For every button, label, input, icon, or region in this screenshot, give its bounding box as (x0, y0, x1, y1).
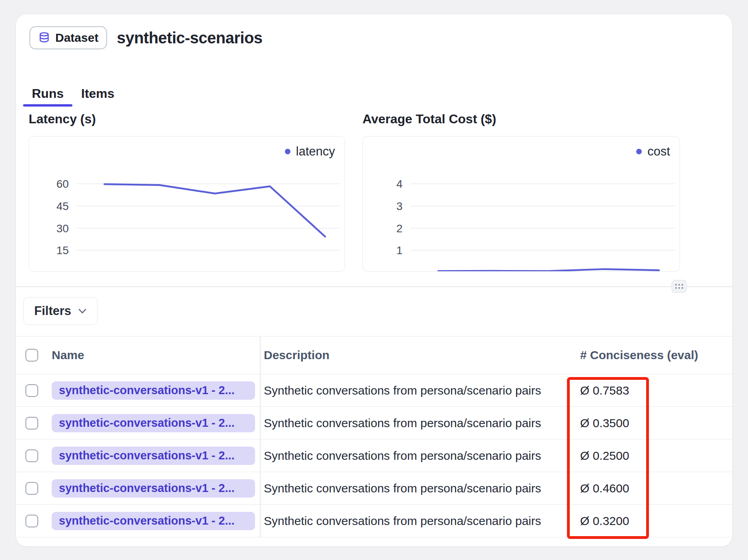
cost-chart-title: Average Total Cost ($) (362, 112, 680, 126)
y-tick-label: 4 (396, 178, 403, 190)
legend-label: latency (296, 144, 335, 159)
run-name-link[interactable]: synthetic-conversations-v1 - 2... (52, 381, 255, 400)
tab-runs[interactable]: Runs (23, 80, 72, 107)
table-row[interactable]: synthetic-conversations-v1 - 2... Synthe… (16, 439, 732, 472)
runs-table: Name Description # Conciseness (eval) sy… (16, 336, 732, 537)
run-description: Synthetic conversations from persona/sce… (264, 482, 541, 495)
column-header-name: Name (52, 348, 84, 362)
legend-dot-icon (636, 149, 642, 154)
legend-dot-icon (285, 149, 290, 154)
column-divider (260, 336, 261, 537)
y-tick-label: 15 (56, 244, 69, 257)
drag-handle[interactable] (672, 280, 687, 293)
dataset-badge-label: Dataset (55, 31, 98, 45)
conciseness-value: Ø 0.2500 (580, 449, 629, 463)
run-name-link[interactable]: synthetic-conversations-v1 - 2... (52, 414, 255, 432)
table-header: Name Description # Conciseness (eval) (16, 336, 732, 374)
row-checkbox[interactable] (25, 482, 38, 495)
dataset-badge: Dataset (29, 26, 107, 49)
y-tick-label: 1 (396, 244, 403, 257)
table-row[interactable]: synthetic-conversations-v1 - 2... Synthe… (16, 407, 732, 439)
page-title: synthetic-scenarios (117, 29, 262, 47)
filters-button[interactable]: Filters (23, 297, 97, 325)
chart-line (438, 269, 659, 271)
latency-chart: 60 45 30 15 latency (29, 136, 345, 272)
row-checkbox[interactable] (25, 449, 38, 462)
y-tick-label: 60 (56, 178, 69, 190)
chart-line (105, 184, 325, 237)
table-row[interactable]: synthetic-conversations-v1 - 2... Synthe… (16, 472, 732, 505)
conciseness-value: Ø 0.4600 (580, 482, 629, 495)
legend-label: cost (647, 144, 670, 159)
database-icon (38, 32, 50, 44)
chevron-down-icon (78, 308, 87, 314)
conciseness-value: Ø 0.7583 (580, 384, 629, 397)
filters-button-label: Filters (34, 304, 71, 318)
run-description: Synthetic conversations from persona/sce… (264, 416, 541, 430)
y-tick-label: 2 (396, 222, 403, 235)
section-divider (16, 286, 732, 287)
cost-line-chart: 4 3 2 1 (363, 136, 680, 271)
latency-chart-block: Latency (s) 60 45 30 15 latency (29, 112, 345, 272)
cost-chart: 4 3 2 1 cost (362, 136, 680, 272)
select-all-checkbox[interactable] (25, 349, 38, 362)
row-checkbox[interactable] (25, 384, 38, 397)
conciseness-value: Ø 0.3200 (580, 514, 629, 528)
run-name-link[interactable]: synthetic-conversations-v1 - 2... (52, 512, 255, 530)
cost-legend: cost (636, 144, 670, 159)
tab-bar: Runs Items (23, 80, 123, 107)
run-name-link[interactable]: synthetic-conversations-v1 - 2... (52, 479, 255, 498)
dataset-card: Dataset synthetic-scenarios Runs Items L… (16, 14, 732, 546)
row-checkbox[interactable] (25, 417, 38, 430)
table-row[interactable]: synthetic-conversations-v1 - 2... Synthe… (16, 505, 732, 537)
latency-chart-title: Latency (s) (29, 112, 345, 126)
cost-chart-block: Average Total Cost ($) 4 3 2 1 cost (362, 112, 680, 272)
page-header: Dataset synthetic-scenarios (29, 26, 263, 49)
row-checkbox[interactable] (25, 515, 38, 527)
column-header-conciseness: # Conciseness (eval) (580, 348, 698, 362)
column-header-description: Description (264, 348, 329, 362)
table-row[interactable]: synthetic-conversations-v1 - 2... Synthe… (16, 374, 732, 407)
y-tick-label: 30 (56, 222, 69, 235)
y-tick-label: 3 (396, 200, 403, 212)
run-description: Synthetic conversations from persona/sce… (264, 449, 541, 463)
conciseness-value: Ø 0.3500 (580, 416, 629, 430)
run-name-link[interactable]: synthetic-conversations-v1 - 2... (52, 447, 255, 465)
latency-legend: latency (285, 144, 335, 159)
grip-dots-icon (675, 284, 677, 286)
y-tick-label: 45 (56, 200, 69, 212)
tab-items[interactable]: Items (72, 80, 123, 107)
run-description: Synthetic conversations from persona/sce… (264, 384, 541, 397)
run-description: Synthetic conversations from persona/sce… (264, 514, 541, 528)
